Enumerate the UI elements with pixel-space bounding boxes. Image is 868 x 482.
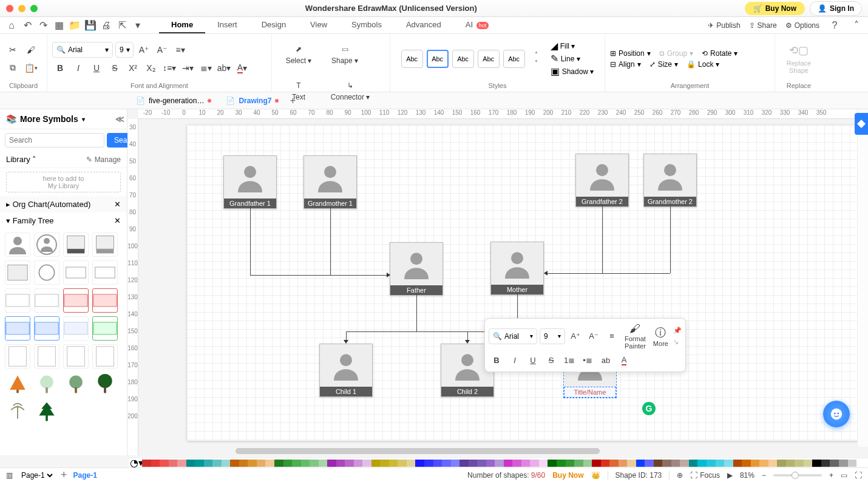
colour-swatch[interactable] bbox=[689, 460, 698, 467]
style-scroll-up[interactable]: ˄ bbox=[529, 50, 544, 59]
colour-swatch[interactable] bbox=[848, 460, 857, 467]
cut-button[interactable]: ✂ bbox=[5, 42, 21, 58]
text-case-button[interactable]: ab▾ bbox=[216, 60, 232, 76]
colour-swatch[interactable] bbox=[548, 460, 557, 467]
bullet-list-button[interactable]: ≣▾ bbox=[198, 60, 214, 76]
export-icon[interactable]: ⇱ bbox=[115, 19, 129, 32]
strike-button[interactable]: S bbox=[107, 60, 123, 76]
help-icon[interactable]: ? bbox=[828, 19, 841, 32]
float-numbered-list[interactable]: 1≣ bbox=[561, 352, 577, 368]
colour-swatch[interactable] bbox=[442, 460, 451, 467]
status-buy-now[interactable]: Buy Now bbox=[552, 471, 583, 480]
colour-swatch[interactable] bbox=[557, 460, 566, 467]
shape-thumb[interactable] bbox=[92, 344, 118, 368]
card-editing-text[interactable]: Title/Name bbox=[564, 387, 616, 398]
doc-tab-2[interactable]: 📄 Drawing7 bbox=[219, 94, 286, 107]
colour-swatch[interactable] bbox=[212, 460, 222, 467]
line-spacing-button[interactable]: ↕≡▾ bbox=[161, 60, 177, 76]
section-org-chart[interactable]: ▸ Org Chart(Automated) ✕ bbox=[0, 196, 127, 212]
italic-button[interactable]: I bbox=[70, 60, 86, 76]
colour-swatch[interactable] bbox=[283, 460, 293, 467]
shape-thumb[interactable] bbox=[63, 260, 89, 285]
fill-button[interactable]: Fill ▾ bbox=[560, 42, 575, 50]
float-format-painter[interactable]: 🖌 Format Painter bbox=[622, 322, 648, 350]
colour-swatch[interactable] bbox=[177, 460, 186, 467]
assistant-bubble-button[interactable] bbox=[823, 401, 850, 427]
save-icon[interactable]: 💾 bbox=[84, 19, 97, 32]
doc-tab-1[interactable]: 📄 five-generation… bbox=[129, 94, 219, 107]
increase-font-button[interactable]: A⁺ bbox=[136, 42, 152, 58]
format-painter-button[interactable]: 🖌 bbox=[23, 42, 39, 58]
bucket-icon[interactable]: ◔▾ bbox=[131, 459, 142, 467]
shape-thumb[interactable] bbox=[92, 316, 118, 341]
colour-swatch[interactable] bbox=[169, 460, 178, 467]
colour-swatch[interactable] bbox=[301, 460, 310, 467]
colour-swatch[interactable] bbox=[530, 460, 539, 467]
focus-button[interactable]: ⛶Focus bbox=[690, 471, 720, 480]
connector-tool-button[interactable]: ↳ Connector ▾ bbox=[323, 73, 378, 107]
connector[interactable] bbox=[250, 206, 251, 275]
float-text-case[interactable]: ab bbox=[598, 352, 614, 368]
card-father[interactable]: Father bbox=[390, 242, 443, 296]
align-button[interactable]: ≡▾ bbox=[172, 42, 188, 58]
style-scroll-down[interactable]: ˅ bbox=[529, 59, 544, 67]
redo-icon[interactable]: ↷ bbox=[36, 19, 50, 32]
float-pin-icon[interactable]: 📌 bbox=[673, 327, 682, 334]
connector[interactable] bbox=[250, 275, 387, 276]
qat-more-icon[interactable]: ▾ bbox=[131, 19, 144, 32]
colour-swatch[interactable] bbox=[292, 460, 301, 467]
section-family-tree[interactable]: ▾ Family Tree ✕ bbox=[0, 212, 127, 229]
font-family-select[interactable]: 🔍 Arial ▾ bbox=[52, 42, 113, 58]
close-window-icon[interactable] bbox=[6, 5, 13, 12]
shape-tool-button[interactable]: ▭ Shape ▾ bbox=[323, 36, 367, 70]
shape-thumb[interactable] bbox=[34, 260, 59, 285]
colour-swatch[interactable] bbox=[627, 460, 636, 467]
colour-swatch[interactable] bbox=[795, 460, 804, 467]
colour-swatch[interactable] bbox=[389, 460, 398, 467]
colour-swatch[interactable] bbox=[680, 460, 689, 467]
publish-button[interactable]: ✈Publish bbox=[708, 21, 740, 30]
size-button[interactable]: ⤢Size▾ bbox=[649, 60, 678, 69]
colour-swatch[interactable] bbox=[539, 460, 548, 467]
colour-swatch[interactable] bbox=[504, 460, 513, 467]
shape-thumb[interactable] bbox=[92, 288, 118, 313]
page-select[interactable]: Page-1 bbox=[19, 470, 55, 480]
tab-ai[interactable]: AI hot bbox=[453, 17, 501, 33]
colour-swatch[interactable] bbox=[574, 460, 583, 467]
options-button[interactable]: ⚙Options bbox=[785, 21, 819, 30]
colour-swatch[interactable] bbox=[327, 460, 336, 467]
align-button-arr[interactable]: ⊟Align▾ bbox=[610, 60, 641, 69]
shape-thumb[interactable] bbox=[63, 344, 89, 368]
tab-home[interactable]: Home bbox=[159, 17, 205, 33]
style-preset-5[interactable]: Abc bbox=[503, 50, 525, 68]
colour-swatch[interactable] bbox=[583, 460, 592, 467]
maximize-window-icon[interactable] bbox=[30, 5, 38, 12]
colour-swatch[interactable] bbox=[398, 460, 407, 467]
connector[interactable] bbox=[547, 273, 670, 274]
colour-swatch[interactable] bbox=[592, 460, 601, 467]
symbols-search-input[interactable] bbox=[5, 133, 104, 148]
font-size-select[interactable]: 9 ▾ bbox=[115, 42, 134, 58]
float-bullet-list[interactable]: •≣ bbox=[580, 352, 595, 368]
colour-swatch[interactable] bbox=[204, 460, 213, 467]
shape-thumb[interactable] bbox=[34, 233, 59, 257]
float-strike[interactable]: S bbox=[543, 352, 559, 368]
colour-swatch[interactable] bbox=[759, 460, 768, 467]
collapse-panel-icon[interactable]: ≪ bbox=[115, 114, 124, 124]
colour-swatch[interactable] bbox=[459, 460, 469, 467]
shape-thumb[interactable] bbox=[5, 316, 30, 341]
float-italic[interactable]: I bbox=[507, 352, 523, 368]
drawing-page[interactable]: Grandfather 1 Grandmother 1 Grandfather … bbox=[187, 125, 857, 441]
colour-swatch[interactable] bbox=[415, 460, 424, 467]
colour-swatch[interactable] bbox=[609, 460, 619, 467]
colour-swatch[interactable] bbox=[786, 460, 795, 467]
float-hide-icon[interactable]: ↘ bbox=[673, 338, 682, 346]
colour-swatch[interactable] bbox=[451, 460, 460, 467]
share-button[interactable]: ⇪Share bbox=[749, 21, 777, 30]
float-font-family[interactable]: 🔍 Arial ▾ bbox=[489, 328, 537, 344]
shape-thumb[interactable] bbox=[34, 316, 59, 341]
colour-swatch[interactable] bbox=[257, 460, 266, 467]
fullscreen-icon[interactable]: ⛶ bbox=[855, 471, 862, 480]
colour-swatch[interactable] bbox=[521, 460, 531, 467]
style-preset-1[interactable]: Abc bbox=[401, 50, 423, 68]
